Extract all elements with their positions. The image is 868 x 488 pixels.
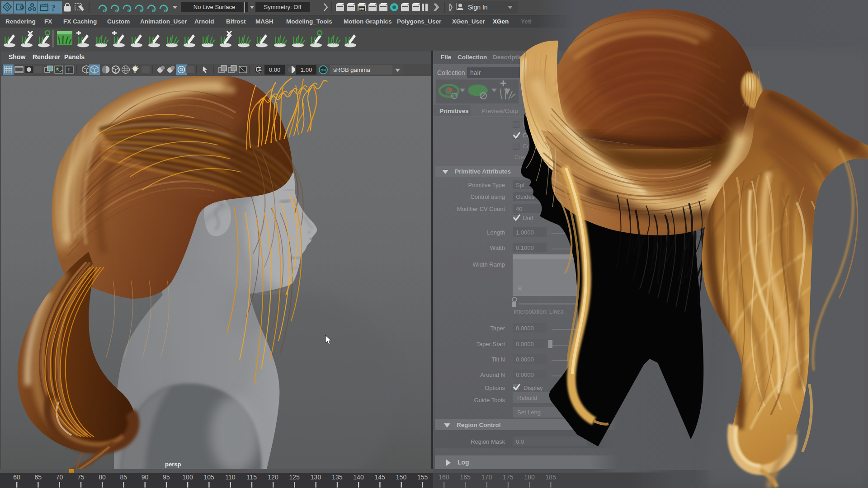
svg-text:85: 85	[120, 474, 127, 481]
svg-text:75: 75	[77, 474, 85, 481]
svg-text:95: 95	[163, 474, 170, 481]
svg-text:105: 105	[204, 474, 215, 481]
svg-text:160: 160	[439, 474, 449, 481]
svg-text:Sign In: Sign In	[468, 4, 488, 11]
svg-text:IPR: IPR	[359, 8, 364, 11]
svg-text:125: 125	[289, 474, 300, 481]
svg-text:T: T	[67, 67, 71, 72]
svg-text:ON: ON	[321, 68, 326, 72]
svg-text:155: 155	[417, 474, 428, 481]
svg-text:110: 110	[225, 474, 236, 481]
svg-text:165: 165	[460, 474, 471, 481]
svg-text:80: 80	[99, 474, 106, 481]
svg-text:180: 180	[524, 474, 535, 481]
svg-text:60: 60	[13, 474, 20, 481]
svg-text:130: 130	[311, 474, 321, 481]
svg-text:175: 175	[503, 474, 514, 481]
svg-text:185: 185	[546, 474, 557, 481]
svg-text:persp: persp	[165, 461, 181, 468]
svg-text:65: 65	[34, 474, 42, 481]
svg-text:?: ?	[51, 3, 56, 13]
svg-text:90: 90	[142, 474, 149, 481]
svg-text:120: 120	[268, 474, 278, 481]
svg-text:140: 140	[353, 474, 364, 481]
svg-text:100: 100	[182, 474, 193, 481]
svg-text:115: 115	[247, 474, 257, 481]
svg-text:145: 145	[375, 474, 386, 481]
svg-text:170: 170	[481, 474, 492, 481]
svg-text:150: 150	[396, 474, 407, 481]
svg-text:70: 70	[56, 474, 63, 481]
svg-text:135: 135	[332, 474, 343, 481]
